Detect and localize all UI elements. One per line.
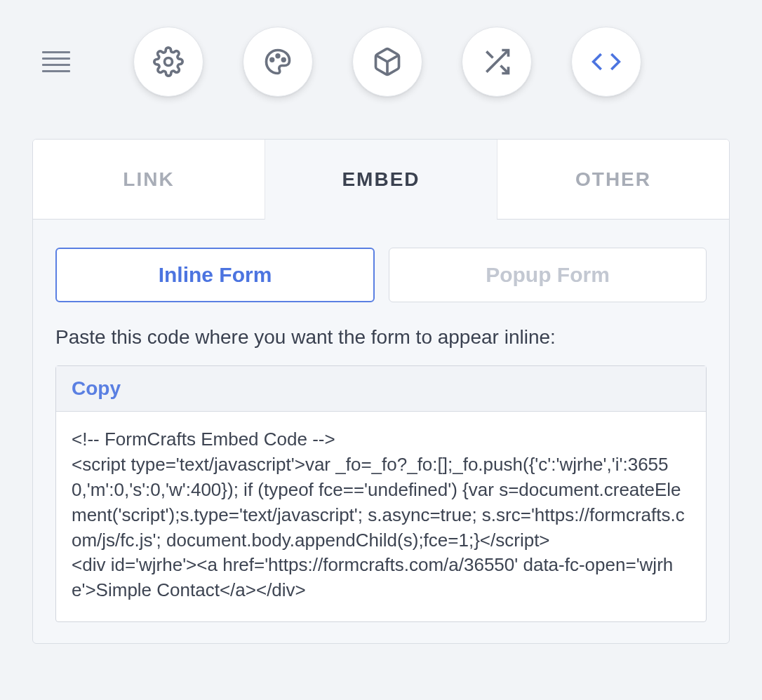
toolbar-actions <box>133 27 641 97</box>
svg-point-0 <box>165 58 173 66</box>
instruction-text: Paste this code where you want the form … <box>55 326 707 349</box>
code-box: Copy <!-- FormCrafts Embed Code --> <scr… <box>55 365 707 622</box>
box-icon <box>372 46 403 77</box>
embed-code-button[interactable] <box>571 27 641 97</box>
shuffle-icon <box>481 46 512 77</box>
settings-button[interactable] <box>133 27 203 97</box>
svg-point-1 <box>271 58 274 61</box>
tab-other[interactable]: OTHER <box>497 140 729 220</box>
shuffle-button[interactable] <box>462 27 532 97</box>
copy-button[interactable]: Copy <box>72 377 121 399</box>
svg-point-3 <box>282 58 285 61</box>
gear-icon <box>153 46 184 77</box>
svg-point-2 <box>276 55 279 58</box>
tab-link[interactable]: LINK <box>33 140 265 220</box>
embed-code[interactable]: <!-- FormCrafts Embed Code --> <script t… <box>56 412 706 621</box>
popup-form-button[interactable]: Popup Form <box>389 248 707 302</box>
palette-icon <box>262 46 293 77</box>
code-icon <box>591 46 622 77</box>
embed-panel: LINK EMBED OTHER Inline Form Popup Form … <box>32 139 730 644</box>
top-toolbar <box>0 0 762 118</box>
inline-form-button[interactable]: Inline Form <box>55 248 375 302</box>
tab-embed[interactable]: EMBED <box>265 140 497 220</box>
package-button[interactable] <box>352 27 422 97</box>
code-header: Copy <box>56 366 706 412</box>
appearance-button[interactable] <box>243 27 313 97</box>
menu-button[interactable] <box>42 51 70 72</box>
embed-tabs: LINK EMBED OTHER <box>33 140 729 220</box>
form-type-toggle: Inline Form Popup Form <box>55 248 707 302</box>
tab-body-embed: Inline Form Popup Form Paste this code w… <box>33 220 729 643</box>
